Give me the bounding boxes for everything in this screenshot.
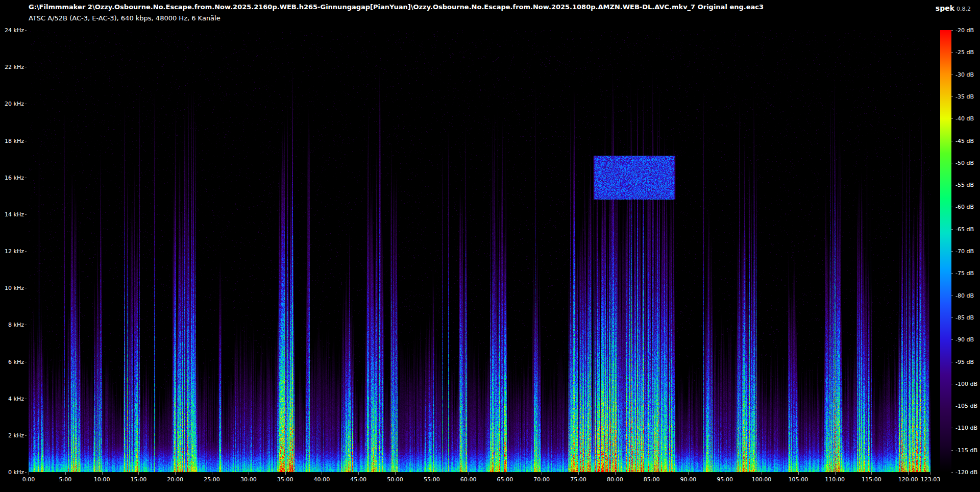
freq-tick-label: 6 kHz bbox=[8, 358, 24, 365]
db-tickmark bbox=[951, 450, 953, 451]
time-tickmark bbox=[65, 472, 66, 475]
spectrogram-canvas bbox=[29, 30, 930, 472]
time-tick-label: 60:00 bbox=[460, 476, 477, 483]
db-tick-label: -30 dB bbox=[955, 71, 974, 78]
freq-tickmark bbox=[25, 141, 27, 141]
freq-tickmark bbox=[25, 288, 27, 288]
time-tickmark bbox=[652, 472, 652, 475]
freq-tickmark bbox=[25, 435, 27, 436]
db-tick-label: -50 dB bbox=[955, 159, 974, 166]
time-tick-label: 70:00 bbox=[533, 476, 550, 483]
time-tickmark bbox=[688, 472, 689, 475]
freq-tickmark bbox=[25, 67, 27, 67]
freq-tick-label: 24 kHz bbox=[5, 27, 24, 34]
db-tickmark bbox=[951, 118, 953, 119]
freq-tick-label: 22 kHz bbox=[5, 64, 24, 70]
db-tickmark bbox=[951, 75, 953, 75]
db-tick-label: -20 dB bbox=[955, 27, 974, 34]
db-tick-label: -85 dB bbox=[955, 314, 974, 321]
db-tick-label: -55 dB bbox=[955, 182, 974, 188]
db-tick-label: -105 dB bbox=[955, 403, 977, 409]
db-tickmark bbox=[951, 472, 953, 473]
db-tick-label: -100 dB bbox=[955, 380, 977, 387]
time-tick-label: 55:00 bbox=[424, 476, 440, 483]
db-tick-label: -75 dB bbox=[955, 270, 974, 277]
freq-tick-label: 12 kHz bbox=[5, 248, 24, 255]
db-tick-label: -40 dB bbox=[955, 115, 974, 122]
time-tickmark bbox=[725, 472, 725, 475]
freq-tickmark bbox=[25, 399, 27, 399]
time-tick-label: 105:00 bbox=[788, 476, 808, 483]
time-tick-label: 0:00 bbox=[22, 476, 35, 483]
db-tickmark bbox=[951, 251, 953, 252]
time-tickmark bbox=[285, 472, 286, 475]
time-tickmark bbox=[871, 472, 872, 475]
time-tick-label: 30:00 bbox=[240, 476, 257, 483]
time-tick-label: 50:00 bbox=[387, 476, 403, 483]
time-tickmark bbox=[505, 472, 505, 475]
time-tick-label: 75:00 bbox=[570, 476, 586, 483]
db-tickmark bbox=[951, 296, 953, 296]
freq-tickmark bbox=[25, 472, 27, 473]
app-version: 0.8.2 bbox=[957, 6, 971, 12]
db-tickmark bbox=[951, 30, 953, 31]
time-tick-label: 45:00 bbox=[350, 476, 366, 483]
freq-tickmark bbox=[25, 104, 27, 104]
time-tick-label: 110:00 bbox=[825, 476, 845, 483]
time-tickmark bbox=[542, 472, 542, 475]
time-tick-label: 80:00 bbox=[607, 476, 623, 483]
time-tickmark bbox=[615, 472, 616, 475]
time-tickmark bbox=[578, 472, 579, 475]
db-tick-label: -115 dB bbox=[955, 447, 977, 453]
time-tickmark bbox=[469, 472, 469, 475]
time-tickmark bbox=[212, 472, 212, 475]
time-tickmark bbox=[930, 472, 931, 475]
freq-tick-label: 2 kHz bbox=[8, 432, 24, 438]
freq-tick-label: 0 kHz bbox=[8, 469, 24, 476]
time-tickmark bbox=[762, 472, 762, 475]
db-tick-label: -25 dB bbox=[955, 49, 974, 56]
time-tick-label: 35:00 bbox=[277, 476, 293, 483]
time-tick-label: 85:00 bbox=[644, 476, 660, 483]
db-tickmark bbox=[951, 384, 953, 384]
time-tick-label: 120:00 bbox=[898, 476, 918, 483]
time-tick-label: 5:00 bbox=[59, 476, 71, 483]
time-tick-label: 123:03 bbox=[921, 476, 941, 483]
time-tick-label: 25:00 bbox=[204, 476, 220, 483]
freq-tickmark bbox=[25, 30, 27, 31]
db-tickmark bbox=[951, 141, 953, 141]
time-tick-label: 65:00 bbox=[497, 476, 513, 483]
freq-axis: 24 kHz22 kHz20 kHz18 kHz16 kHz14 kHz12 k… bbox=[0, 30, 27, 472]
db-tickmark bbox=[951, 96, 953, 97]
plot-area bbox=[29, 30, 930, 472]
db-tick-label: -95 dB bbox=[955, 358, 974, 365]
db-tick-label: -35 dB bbox=[955, 93, 974, 100]
db-axis: -20 dB-25 dB-30 dB-35 dB-40 dB-45 dB-50 … bbox=[951, 30, 980, 472]
time-tickmark bbox=[908, 472, 909, 475]
db-tick-label: -45 dB bbox=[955, 137, 974, 144]
freq-tickmark bbox=[25, 251, 27, 252]
time-tickmark bbox=[102, 472, 103, 475]
time-tick-label: 20:00 bbox=[167, 476, 183, 483]
db-tick-label: -110 dB bbox=[955, 425, 977, 431]
time-tickmark bbox=[138, 472, 139, 475]
time-tickmark bbox=[29, 472, 29, 475]
freq-tickmark bbox=[25, 214, 27, 215]
time-tickmark bbox=[432, 472, 432, 475]
time-tick-label: 115:00 bbox=[862, 476, 881, 483]
db-tickmark bbox=[951, 317, 953, 318]
db-tick-label: -65 dB bbox=[955, 226, 974, 232]
db-tickmark bbox=[951, 428, 953, 428]
db-tick-label: -120 dB bbox=[955, 469, 977, 476]
time-tick-label: 10:00 bbox=[94, 476, 110, 483]
time-tickmark bbox=[358, 472, 359, 475]
app-name: spek bbox=[936, 4, 954, 12]
freq-tick-label: 18 kHz bbox=[5, 137, 24, 144]
time-tick-label: 15:00 bbox=[131, 476, 147, 483]
db-tickmark bbox=[951, 339, 953, 340]
time-tick-label: 40:00 bbox=[314, 476, 330, 483]
freq-tickmark bbox=[25, 178, 27, 178]
db-tickmark bbox=[951, 406, 953, 406]
freq-tick-label: 8 kHz bbox=[8, 322, 24, 328]
freq-tick-label: 20 kHz bbox=[5, 101, 24, 107]
